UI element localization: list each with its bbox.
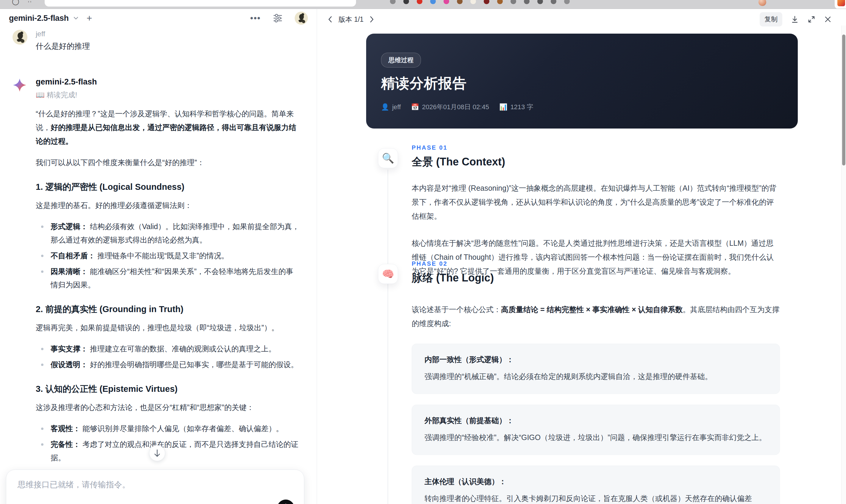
extension-dot-gray3[interactable]: [524, 0, 530, 4]
user-name: jeff: [36, 30, 90, 38]
logic-box-3-text: 转向推理者的心理特征。引入奥卡姆剃刀和反向论证，旨在克服人类（或机器）天然存在的…: [424, 492, 767, 504]
phase1-search-icon: 🔍: [378, 148, 398, 168]
chat-header: gemini-2.5-flash + •••: [0, 9, 317, 28]
logic-box-1-title: 内部一致性（形式逻辑）：: [424, 355, 767, 364]
user-avatar: [13, 30, 28, 44]
section-lead-2: 逻辑再完美，如果前提是错误的，推理也是垃圾（即“垃圾进，垃圾出”）。: [36, 321, 300, 335]
phase2-brain-icon: 🧠: [378, 264, 398, 284]
phase2-eyebrow: PHASE 02: [412, 260, 780, 267]
logic-box-3: 主体伦理（认识美德）： 转向推理者的心理特征。引入奥卡姆剃刀和反向论证，旨在克服…: [412, 466, 780, 504]
phase1-title: 全景 (The Context): [412, 155, 780, 169]
bullet-item: 事实支撑： 推理建立在可靠的数据、准确的观测或公认的真理之上。: [36, 342, 300, 356]
bullet-item: 假设透明： 好的推理会明确指明哪些是已知事实，哪些是基于可能的假设。: [36, 358, 300, 371]
extension-dot-gray2[interactable]: [511, 0, 516, 4]
extension-dot-gray6[interactable]: [564, 0, 570, 4]
model-selector[interactable]: gemini-2.5-flash: [9, 14, 69, 23]
app-window: ◯ ∷ gemini-2.5-flash + •••: [0, 0, 846, 504]
bullet-item: 因果清晰： 能准确区分“相关性”和“因果关系”，不会轻率地将先后发生的事情归为因…: [36, 265, 300, 292]
extension-dot-gray5[interactable]: [551, 0, 557, 4]
composer-input[interactable]: 思维接口已就绪，请传输指令。: [6, 470, 304, 490]
extension-dot-gray[interactable]: [390, 0, 395, 4]
extension-dot-brown[interactable]: [457, 0, 463, 4]
extension-dot-blue[interactable]: [430, 0, 436, 4]
browser-toolbar: ◯ ∷: [0, 0, 846, 9]
calendar-icon: 📅: [411, 103, 419, 111]
extension-dot-darkred[interactable]: [484, 0, 489, 4]
extension-dot-gray4[interactable]: [537, 0, 543, 4]
extension-dot-pink[interactable]: [443, 0, 449, 4]
assistant-message: gemini-2.5-flash 📖 精读完成! “什么是好的推理？”这是一个涉…: [13, 77, 300, 504]
section-heading-2: 2. 前提的真实性 (Grounding in Truth): [36, 304, 300, 316]
bullet-item: 完备性： 考虑了对立的观点和潜在的反证，而不是只选择支持自己结论的证据。: [36, 438, 300, 464]
user-message-text: 什么是好的推理: [36, 41, 90, 52]
report-title: 精读分析报告: [381, 74, 467, 93]
assistant-paragraph: 我们可以从以下四个维度来衡量什么是“好的推理”：: [36, 156, 300, 169]
logic-box-1: 内部一致性（形式逻辑）： 强调推理的“机械正确”。结论必须在给定的规则系统内逻辑…: [412, 344, 780, 394]
copy-button[interactable]: 复制: [760, 12, 782, 26]
report-badge: 思维过程: [381, 53, 421, 68]
phase2-lead-paragraph: 该论述基于一个核心公式：高质量结论 = 结构完整性 × 事实准确性 × 认知自律…: [412, 303, 780, 330]
author-icon: 👤: [381, 103, 389, 111]
report-word-count: 1213 字: [510, 103, 533, 112]
phase1-eyebrow: PHASE 01: [412, 144, 780, 151]
browser-corner-app-icon[interactable]: [835, 0, 846, 9]
phase1-paragraph-1: 本内容是对“推理 (Reasoning)”这一抽象概念的高层建模。在知识爆炸与人…: [412, 181, 780, 223]
browser-reload-icon[interactable]: ◯: [12, 0, 19, 5]
chevron-down-icon[interactable]: [73, 15, 79, 21]
download-icon[interactable]: [791, 15, 799, 23]
phase2-title: 脉络 (The Logic): [412, 271, 780, 285]
logic-box-2: 外部真实性（前提基础）： 强调推理的“经验校准”。解决“GIGO（垃圾进，垃圾出…: [412, 404, 780, 455]
logic-box-3-title: 主体伦理（认识美德）：: [424, 476, 767, 486]
logic-box-2-title: 外部真实性（前提基础）：: [424, 416, 767, 426]
version-label: 版本 1/1: [338, 15, 364, 24]
assistant-name: gemini-2.5-flash: [36, 77, 300, 87]
bullet-list-2: 事实支撑： 推理建立在可靠的数据、准确的观测或公认的真理之上。 假设透明： 好的…: [36, 342, 300, 371]
word-count-icon: 📊: [499, 103, 507, 111]
browser-extension-row: [390, 0, 570, 5]
report-meta: 👤jeff 📅2026年01月08日 02:45 📊1213 字: [381, 103, 533, 112]
voice-input-button[interactable]: [277, 500, 295, 504]
extension-dot-dark[interactable]: [403, 0, 409, 4]
version-prev-button[interactable]: [327, 16, 333, 23]
scroll-to-bottom-button[interactable]: [149, 445, 165, 461]
logic-box-2-text: 强调推理的“经验校准”。解决“GIGO（垃圾进，垃圾出）”问题，确保推理引擎运行…: [424, 431, 767, 444]
section-lead-1: 这是推理的基石。好的推理必须遵循逻辑法则：: [36, 198, 300, 212]
extension-dot-red[interactable]: [417, 0, 422, 4]
version-next-button[interactable]: [369, 16, 375, 23]
new-chat-button[interactable]: +: [87, 13, 92, 23]
section-lead-3: 这涉及推理者的心态和方法论，也是区分“杠精”和“思想家”的关键：: [36, 400, 300, 414]
report-hero-card: 思维过程 精读分析报告 👤jeff 📅2026年01月08日 02:45 📊12…: [366, 34, 798, 128]
phase2-section: PHASE 02 脉络 (The Logic) 该论述基于一个核心公式：高质量结…: [412, 260, 780, 504]
more-options-button[interactable]: •••: [250, 13, 261, 23]
chat-panel: gemini-2.5-flash + •••: [0, 9, 317, 504]
chat-message-list[interactable]: jeff 什么是好的推理: [0, 28, 317, 504]
assistant-status: 📖 精读完成!: [36, 90, 300, 100]
artifact-scrollbar[interactable]: [841, 25, 846, 504]
expand-icon[interactable]: [807, 15, 816, 23]
arrow-down-icon: [153, 449, 161, 457]
phase-timeline-line: [388, 169, 388, 504]
report-author: jeff: [392, 103, 401, 111]
artifact-panel: 版本 1/1 复制 思维过程 精读分析报告: [317, 9, 846, 504]
browser-profile-avatar[interactable]: [758, 0, 766, 6]
close-icon[interactable]: [824, 16, 832, 23]
browser-tab-grid-icon[interactable]: ∷: [28, 0, 32, 4]
bullet-item: 客观性： 能够识别并尽量排除个人偏见（如幸存者偏差、确认偏差）。: [36, 422, 300, 435]
artifact-scrollbar-thumb[interactable]: [842, 35, 845, 165]
settings-sliders-icon[interactable]: [273, 13, 283, 23]
browser-address-bar[interactable]: [45, 0, 356, 6]
bullet-item: 不自相矛盾： 推理链条中不能出现“既是又非”的情况。: [36, 249, 300, 263]
artifact-toolbar: 版本 1/1 复制: [317, 9, 846, 30]
report-date: 2026年01月08日 02:45: [422, 103, 489, 112]
user-message: jeff 什么是好的推理: [13, 30, 300, 52]
section-heading-3: 3. 认知的公正性 (Epistemic Virtues): [36, 383, 300, 395]
bullet-item: 形式逻辑： 结构必须有效（Valid）。比如演绎推理中，如果前提全部为真，那么通…: [36, 220, 300, 247]
bullet-list-1: 形式逻辑： 结构必须有效（Valid）。比如演绎推理中，如果前提全部为真，那么通…: [36, 220, 300, 292]
extension-dot-cream[interactable]: [470, 0, 476, 4]
assistant-intro-paragraph: “什么是好的推理？”这是一个涉及逻辑学、认知科学和哲学核心的问题。简单来说，好的…: [36, 107, 300, 148]
section-heading-1: 1. 逻辑的严密性 (Logical Soundness): [36, 181, 300, 193]
logic-box-1-text: 强调推理的“机械正确”。结论必须在给定的规则系统内逻辑自洽，这是推理的硬件基础。: [424, 370, 767, 383]
gemini-logo-icon: [13, 78, 28, 92]
extension-dot-tan[interactable]: [497, 0, 503, 4]
user-avatar[interactable]: [295, 12, 308, 25]
